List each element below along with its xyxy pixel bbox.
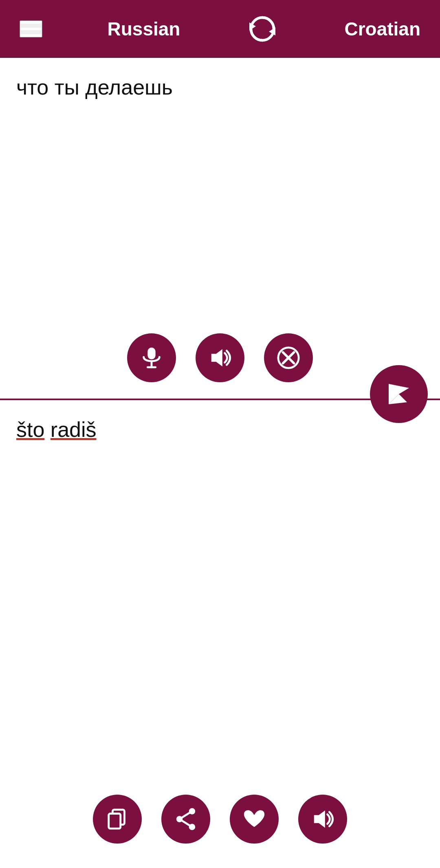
target-word-2[interactable]: radiš	[51, 418, 97, 441]
output-speaker-button[interactable]	[298, 795, 347, 844]
microphone-button[interactable]	[127, 333, 176, 382]
svg-line-16	[180, 811, 192, 819]
swap-languages-button[interactable]	[245, 12, 279, 46]
target-word-1[interactable]: što	[16, 418, 44, 441]
svg-marker-18	[314, 811, 325, 828]
copy-button[interactable]	[93, 795, 142, 844]
source-text-section: что ты делаешь	[0, 58, 440, 400]
source-action-bar	[0, 333, 440, 382]
svg-rect-12	[109, 813, 121, 828]
share-button[interactable]	[161, 795, 210, 844]
output-action-bar	[0, 795, 440, 844]
app-header: Russian Croatian	[0, 0, 440, 58]
target-text: što radiš	[16, 415, 424, 445]
menu-button[interactable]	[20, 20, 42, 37]
speaker-button[interactable]	[196, 333, 244, 382]
target-language-label[interactable]: Croatian	[344, 18, 420, 40]
target-text-section: što radiš	[0, 400, 440, 868]
svg-marker-5	[211, 349, 222, 367]
source-text[interactable]: что ты делаешь	[16, 73, 424, 102]
clear-button[interactable]	[264, 333, 313, 382]
svg-line-17	[180, 819, 192, 827]
svg-rect-2	[147, 348, 155, 359]
send-button[interactable]	[370, 365, 428, 423]
source-language-label[interactable]: Russian	[107, 18, 180, 40]
favorite-button[interactable]	[230, 795, 279, 844]
